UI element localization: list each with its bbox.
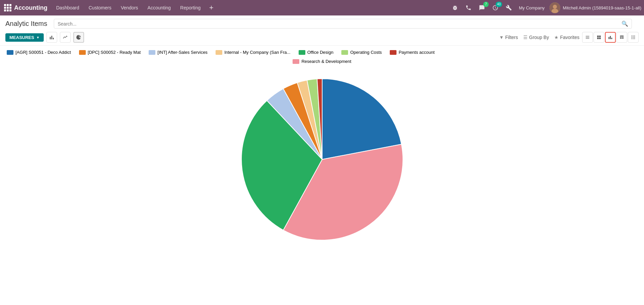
page-header: Analytic Items 🔍 — [0, 15, 644, 31]
svg-rect-10 — [599, 36, 601, 37]
groupby-label: Group By — [529, 35, 549, 40]
filter-icon: ▼ — [499, 35, 504, 40]
nav-customers[interactable]: Customers — [85, 0, 116, 15]
svg-rect-16 — [620, 36, 624, 36]
svg-rect-20 — [622, 38, 624, 39]
legend-color-dpc — [79, 50, 86, 55]
company-name: My Company — [519, 5, 545, 10]
filters-button[interactable]: ▼ Filters — [499, 35, 518, 40]
measures-label: MEASURES — [9, 35, 34, 40]
add-button[interactable]: + — [206, 2, 217, 13]
messages-badge: 7 — [483, 2, 489, 7]
legend-color-office — [299, 50, 305, 55]
grid-icon — [4, 4, 11, 11]
legend-label-payments: Payments account — [399, 50, 434, 55]
svg-rect-7 — [586, 37, 590, 37]
svg-rect-11 — [597, 38, 599, 39]
legend-color-payments — [390, 50, 396, 55]
legend-color-agr — [7, 50, 13, 55]
company-selector[interactable]: My Company — [517, 5, 547, 10]
favorites-label: Favorites — [560, 35, 579, 40]
svg-rect-3 — [50, 37, 51, 39]
avatar[interactable] — [550, 2, 560, 13]
legend-item-operating: Operating Costs — [341, 50, 382, 55]
legend-item-rd: Research & Development — [7, 59, 637, 64]
pie-chart-type-btn[interactable] — [73, 32, 84, 43]
phone-icon[interactable] — [463, 2, 474, 13]
svg-rect-15 — [611, 38, 612, 39]
pie-chart-svg — [235, 72, 410, 247]
svg-point-25 — [633, 37, 634, 38]
legend-item-dpc: [DPC] S00052 - Ready Mat — [79, 50, 141, 55]
legend-color-internal — [216, 50, 222, 55]
bar-view-btn[interactable] — [605, 32, 616, 43]
group-by-button[interactable]: ☰ Group By — [523, 35, 549, 40]
svg-point-1 — [553, 5, 557, 9]
clock-icon[interactable]: 40 — [490, 2, 501, 13]
nav-vendors[interactable]: Vendors — [117, 0, 142, 15]
legend-color-rd — [293, 59, 299, 64]
chart-area — [0, 65, 644, 254]
nav-dashboard[interactable]: Dashboard — [52, 0, 83, 15]
groupby-icon: ☰ — [523, 35, 528, 40]
favorites-button[interactable]: ★ Favorites — [554, 35, 579, 40]
line-chart-type-btn[interactable] — [60, 32, 71, 43]
search-input[interactable] — [58, 21, 621, 27]
pie-chart — [235, 72, 410, 247]
legend-label-internal: Internal - My Company (San Fra... — [224, 50, 291, 55]
svg-rect-4 — [51, 36, 52, 39]
legend-label-operating: Operating Costs — [350, 50, 382, 55]
filters-label: Filters — [505, 35, 518, 40]
svg-point-28 — [633, 38, 634, 39]
legend-item-office: Office Design — [299, 50, 334, 55]
legend-item-internal: Internal - My Company (San Fra... — [216, 50, 291, 55]
table-view-btn[interactable] — [616, 32, 627, 43]
svg-rect-5 — [53, 38, 54, 39]
settings-icon[interactable] — [503, 2, 514, 13]
app-logo[interactable]: Accounting — [3, 4, 51, 11]
search-bar[interactable]: 🔍 — [54, 19, 632, 29]
page-title: Analytic Items — [5, 20, 47, 28]
svg-rect-6 — [586, 36, 590, 36]
legend-item-int: [INT] After-Sales Services — [149, 50, 207, 55]
svg-rect-9 — [597, 36, 599, 37]
svg-point-27 — [632, 38, 632, 39]
svg-rect-19 — [620, 38, 622, 39]
search-icon[interactable]: 🔍 — [621, 21, 628, 27]
svg-rect-14 — [610, 36, 611, 39]
topnav-actions: 7 40 My Company Mitchell Admin (15894019… — [450, 2, 641, 13]
messages-icon[interactable]: 7 — [477, 2, 487, 13]
view-switcher — [582, 32, 639, 43]
svg-point-22 — [633, 36, 634, 36]
clock-badge: 40 — [496, 2, 502, 7]
nav-reporting[interactable]: Reporting — [176, 0, 205, 15]
legend-label-agr: [AGR] S00051 - Deco Addict — [15, 50, 71, 55]
nav-accounting[interactable]: Accounting — [144, 0, 175, 15]
bar-chart-type-btn[interactable] — [46, 32, 57, 43]
svg-point-23 — [634, 36, 635, 36]
svg-rect-18 — [622, 37, 624, 37]
legend-label-office: Office Design — [307, 50, 334, 55]
legend-item-payments: Payments account — [390, 50, 434, 55]
svg-point-26 — [634, 37, 635, 38]
legend-color-int — [149, 50, 155, 55]
debug-icon[interactable] — [450, 2, 460, 13]
filter-group: ▼ Filters ☰ Group By ★ Favorites — [499, 35, 579, 40]
pivot-view-btn[interactable] — [628, 32, 639, 43]
chart-legend: [AGR] S00051 - Deco Addict [DPC] S00052 … — [0, 46, 644, 65]
svg-rect-13 — [609, 37, 609, 39]
username-label[interactable]: Mitchell Admin (15894019-saas-15-1-all) — [563, 5, 641, 10]
legend-label-int: [INT] After-Sales Services — [157, 50, 207, 55]
legend-label-dpc: [DPC] S00052 - Ready Mat — [88, 50, 141, 55]
kanban-view-btn[interactable] — [594, 32, 604, 43]
svg-point-21 — [632, 36, 632, 36]
svg-point-29 — [634, 38, 635, 39]
measures-arrow-icon: ▼ — [36, 36, 40, 39]
legend-color-operating — [341, 50, 348, 55]
legend-label-rd: Research & Development — [301, 59, 351, 64]
legend-item-agr: [AGR] S00051 - Deco Addict — [7, 50, 71, 55]
svg-rect-17 — [620, 37, 622, 37]
list-view-btn[interactable] — [582, 32, 593, 43]
toolbar: MEASURES ▼ ▼ Filters ☰ Group By ★ Favori… — [0, 31, 644, 46]
measures-button[interactable]: MEASURES ▼ — [5, 33, 44, 42]
